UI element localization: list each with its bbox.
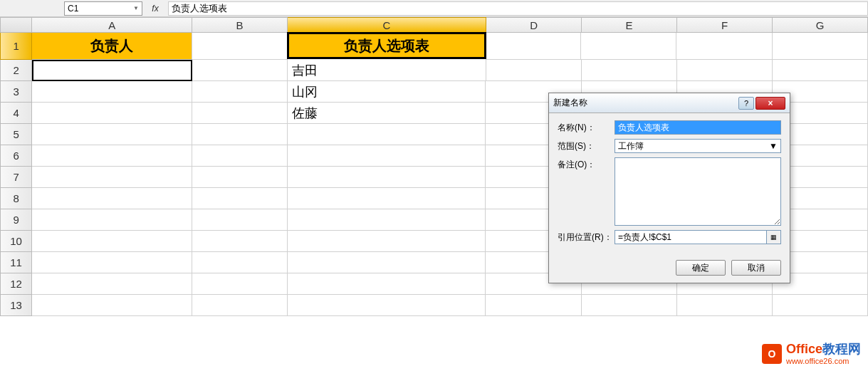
cell-C1[interactable]: 负责人选项表 (287, 32, 486, 59)
cell[interactable] (192, 231, 288, 252)
scope-label: 范围(S)： (558, 139, 615, 152)
cell[interactable] (288, 124, 486, 145)
dialog-titlebar[interactable]: 新建名称 ? × (549, 93, 790, 113)
column-headers: A B C D E F G (0, 17, 868, 33)
cell[interactable] (288, 209, 486, 231)
cell[interactable] (288, 231, 486, 252)
cell[interactable] (192, 295, 288, 316)
refers-label: 引用位置(R)： (558, 230, 615, 244)
cell-C2[interactable]: 吉田 (288, 60, 486, 81)
row-header-8[interactable]: 8 (0, 188, 32, 209)
col-header-F[interactable]: F (677, 17, 773, 33)
cell-E2[interactable] (582, 60, 677, 81)
cell-A4[interactable] (32, 103, 192, 124)
cell[interactable] (288, 167, 486, 188)
row-header-7[interactable]: 7 (0, 167, 32, 188)
col-header-G[interactable]: G (773, 17, 868, 33)
comment-textarea[interactable] (615, 157, 781, 226)
cell[interactable] (192, 252, 288, 273)
cell[interactable] (288, 273, 486, 295)
cell-D2[interactable] (486, 60, 582, 81)
cell-B1[interactable] (192, 33, 288, 60)
col-header-B[interactable]: B (192, 17, 288, 33)
close-button[interactable]: × (755, 97, 785, 110)
cell[interactable] (677, 295, 773, 316)
cell-B4[interactable] (192, 103, 288, 124)
cell[interactable] (32, 145, 192, 167)
chevron-down-icon: ▼ (769, 141, 778, 151)
row-header-10[interactable]: 10 (0, 231, 32, 252)
col-header-A[interactable]: A (32, 17, 192, 33)
cell-F1[interactable] (676, 33, 772, 60)
row-header-4[interactable]: 4 (0, 103, 32, 124)
row-header-9[interactable]: 9 (0, 209, 32, 231)
cell[interactable] (192, 209, 288, 231)
help-button[interactable]: ? (738, 97, 754, 110)
cell[interactable] (192, 124, 288, 145)
cell[interactable] (32, 231, 192, 252)
cell-C3[interactable]: 山冈 (288, 81, 486, 103)
scope-value: 工作簿 (618, 140, 644, 152)
cell-B3[interactable] (192, 81, 288, 103)
col-header-E[interactable]: E (582, 17, 677, 33)
cell[interactable] (192, 188, 288, 209)
cell-B2[interactable] (192, 60, 288, 81)
name-label: 名称(N)： (558, 120, 615, 134)
cell[interactable] (288, 145, 486, 167)
dialog-body: 名称(N)： 范围(S)： 工作簿 ▼ 备注(O)： 引用位置(R)： =负责人… (549, 113, 790, 256)
cell-D1[interactable] (486, 33, 581, 60)
chevron-down-icon: ▼ (133, 5, 139, 11)
cell-A2[interactable] (32, 60, 192, 81)
formula-input[interactable]: 负责人选项表 (168, 1, 868, 16)
collapse-icon: ▦ (770, 234, 777, 241)
name-input[interactable] (615, 120, 781, 135)
refers-input[interactable]: =负责人!$C$1 (615, 230, 767, 244)
scope-select[interactable]: 工作簿 ▼ (615, 139, 781, 153)
cell-A1[interactable]: 负责人 (32, 33, 192, 60)
cell-C4[interactable]: 佐藤 (288, 103, 486, 124)
cell[interactable] (32, 188, 192, 209)
cell[interactable] (773, 295, 868, 316)
cell[interactable] (288, 188, 486, 209)
cell[interactable] (32, 273, 192, 295)
row-header-13[interactable]: 13 (0, 295, 32, 316)
cell[interactable] (192, 167, 288, 188)
cell-G1[interactable] (773, 33, 868, 60)
cell[interactable] (32, 209, 192, 231)
cell[interactable] (32, 167, 192, 188)
cell[interactable] (192, 145, 288, 167)
row-header-1[interactable]: 1 (0, 33, 32, 60)
office-icon: O (762, 344, 782, 364)
cell[interactable] (582, 295, 677, 316)
cell[interactable] (486, 295, 581, 316)
cell-G2[interactable] (773, 60, 868, 81)
row-header-6[interactable]: 6 (0, 145, 32, 167)
cell[interactable] (32, 252, 192, 273)
row-header-5[interactable]: 5 (0, 124, 32, 145)
range-picker-button[interactable]: ▦ (767, 230, 781, 244)
row-header-12[interactable]: 12 (0, 273, 32, 295)
dialog-title: 新建名称 (553, 97, 587, 109)
cell-A3[interactable] (32, 81, 192, 103)
table-row: 1 负责人 负责人选项表 (0, 33, 868, 60)
col-header-C[interactable]: C (288, 17, 486, 33)
row-header-11[interactable]: 11 (0, 252, 32, 273)
cell[interactable] (288, 295, 486, 316)
cell[interactable] (32, 124, 192, 145)
fx-button[interactable]: fx (148, 1, 162, 16)
col-header-D[interactable]: D (486, 17, 582, 33)
row-header-2[interactable]: 2 (0, 60, 32, 81)
cell[interactable] (288, 252, 486, 273)
cancel-button[interactable]: 取消 (731, 260, 781, 276)
name-row: 名称(N)： (558, 120, 781, 135)
select-all-corner[interactable] (0, 17, 32, 33)
cell[interactable] (32, 295, 192, 316)
watermark-url: www.office26.com (786, 357, 861, 365)
ok-button[interactable]: 确定 (676, 260, 726, 276)
cell[interactable] (192, 273, 288, 295)
comment-row: 备注(O)： (558, 157, 781, 226)
name-box[interactable]: C1 ▼ (64, 1, 142, 16)
cell-F2[interactable] (677, 60, 773, 81)
row-header-3[interactable]: 3 (0, 81, 32, 103)
cell-E1[interactable] (581, 33, 676, 60)
